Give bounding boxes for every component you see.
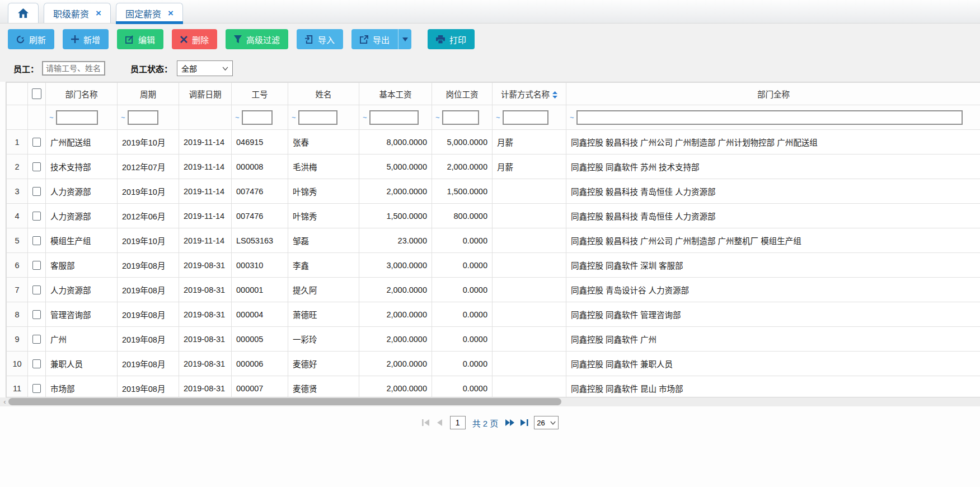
prev-page-button[interactable] — [435, 419, 443, 427]
row-number-cell: 8 — [7, 302, 28, 327]
row-number-cell: 11 — [7, 376, 28, 398]
filter-input-period[interactable] — [128, 110, 158, 125]
cell-name: 毛洪梅 — [288, 154, 359, 179]
table-row[interactable]: 7 人力资源部 2019年08月 2019-08-31 000001 提久阿 2… — [7, 278, 980, 302]
filter-input-post[interactable] — [442, 110, 479, 125]
delete-x-icon — [180, 36, 187, 43]
select-all-cell — [28, 83, 46, 105]
last-page-button[interactable] — [520, 419, 529, 427]
row-select-cell — [28, 154, 46, 179]
cell-dept: 管理咨询部 — [46, 302, 118, 327]
print-button[interactable]: 打印 — [428, 29, 475, 49]
table-row[interactable]: 2 技术支持部 2012年07月 2019-11-14 000008 毛洪梅 5… — [7, 154, 980, 179]
row-checkbox[interactable] — [32, 236, 41, 245]
col-header-pay-type[interactable]: 计薪方式名称 — [493, 83, 566, 105]
export-button[interactable]: 导出 — [351, 29, 398, 49]
col-header-adjust-date[interactable]: 调薪日期 — [179, 83, 232, 105]
row-checkbox[interactable] — [32, 335, 41, 344]
row-checkbox[interactable] — [32, 138, 41, 147]
col-header-dept-full[interactable]: 部门全称 — [566, 83, 980, 105]
cell-dept: 技术支持部 — [46, 154, 118, 179]
table-row[interactable]: 11 市场部 2019年08月 2019-08-31 000007 麦德贤 2,… — [7, 376, 980, 398]
cell-emp-no: 000004 — [232, 302, 288, 327]
sort-icon[interactable] — [552, 91, 557, 100]
cell-dept: 广州配送组 — [46, 130, 118, 154]
cell-dept-full: 同鑫控股 毅昌科技 青岛恒佳 人力资源部 — [566, 204, 980, 228]
col-header-name[interactable]: 姓名 — [288, 83, 359, 105]
import-icon — [305, 35, 313, 44]
export-dropdown-caret[interactable] — [398, 29, 411, 49]
cell-adjust-date: 2019-11-14 — [179, 130, 232, 154]
data-grid: 部门名称 周期 调薪日期 工号 姓名 基本工资 岗位工资 计薪方式名称 部门全称… — [6, 82, 980, 397]
tilde-operator: ~ — [570, 113, 574, 121]
edit-button[interactable]: 编辑 — [117, 29, 163, 49]
column-filter-row: ~ ~ ~ ~ ~ ~ ~ ~ — [7, 105, 980, 130]
funnel-icon — [234, 35, 242, 44]
table-row[interactable]: 6 客服部 2019年08月 2019-08-31 000310 李鑫 3,00… — [7, 253, 980, 278]
row-checkbox[interactable] — [32, 187, 41, 196]
row-checkbox[interactable] — [32, 285, 41, 294]
page-number-input[interactable] — [450, 416, 466, 429]
table-row[interactable]: 9 广州 2019年08月 2019-08-31 000005 一彩玲 2,00… — [7, 327, 980, 352]
row-select-cell — [28, 228, 46, 253]
filter-input-base[interactable] — [369, 110, 419, 125]
refresh-button[interactable]: 刷新 — [8, 29, 54, 49]
cell-pay-type — [493, 302, 566, 327]
filter-input-pay-type[interactable] — [503, 110, 548, 125]
cell-period: 2019年08月 — [118, 253, 179, 278]
first-page-button[interactable] — [421, 419, 430, 427]
cell-emp-no: 007476 — [232, 204, 288, 228]
table-row[interactable]: 10 兼职人员 2019年08月 2019-08-31 000006 麦德好 2… — [7, 352, 980, 376]
row-checkbox[interactable] — [32, 212, 41, 221]
table-row[interactable]: 1 广州配送组 2019年10月 2019-11-14 046915 张春 8,… — [7, 130, 980, 154]
scroll-left-arrow-icon[interactable]: ‹ — [1, 397, 8, 406]
close-icon[interactable]: × — [168, 8, 174, 18]
page-size-select[interactable]: 26 — [534, 416, 559, 429]
table-row[interactable]: 8 管理咨询部 2019年08月 2019-08-31 000004 萧德旺 2… — [7, 302, 980, 327]
employee-status-select[interactable]: 全部 — [177, 60, 233, 76]
col-header-emp-no[interactable]: 工号 — [232, 83, 288, 105]
close-icon[interactable]: × — [96, 8, 101, 18]
filter-input-emp-no[interactable] — [242, 110, 273, 125]
add-button[interactable]: 新增 — [63, 29, 109, 49]
import-button[interactable]: 导入 — [297, 29, 343, 49]
col-header-base-salary[interactable]: 基本工资 — [359, 83, 432, 105]
cell-adjust-date: 2019-11-14 — [179, 179, 232, 204]
tab-fixed-salary[interactable]: 固定薪资 × — [116, 3, 183, 23]
table-row[interactable]: 4 人力资源部 2012年06月 2019-11-14 007476 叶锦秀 1… — [7, 204, 980, 228]
delete-button[interactable]: 删除 — [172, 29, 217, 49]
filter-input-dept-full[interactable] — [576, 110, 963, 125]
row-select-cell — [28, 253, 46, 278]
table-row[interactable]: 3 人力资源部 2019年10月 2019-11-14 007476 叶锦秀 2… — [7, 179, 980, 204]
cell-adjust-date: 2019-08-31 — [179, 253, 232, 278]
row-checkbox[interactable] — [32, 261, 41, 270]
employee-search-input[interactable] — [42, 61, 105, 76]
filter-cell-adjust-date — [179, 105, 232, 130]
col-header-period[interactable]: 周期 — [118, 83, 179, 105]
cell-post-salary: 2,000.0000 — [432, 154, 493, 179]
select-all-checkbox[interactable] — [32, 88, 41, 99]
filter-input-name[interactable] — [298, 110, 337, 125]
cell-base-salary: 23.0000 — [359, 228, 432, 253]
table-row[interactable]: 5 模组生产组 2019年10月 2019-11-14 LS053163 邹磊 … — [7, 228, 980, 253]
tab-job-grade-salary[interactable]: 职级薪资 × — [44, 3, 111, 23]
cell-post-salary: 0.0000 — [432, 327, 493, 352]
cell-name: 叶锦秀 — [288, 204, 359, 228]
cell-name: 张春 — [288, 130, 359, 154]
row-checkbox[interactable] — [32, 359, 41, 368]
row-checkbox[interactable] — [32, 162, 41, 171]
cell-dept-full: 同鑫控股 毅昌科技 青岛恒佳 人力资源部 — [566, 179, 980, 204]
cell-adjust-date: 2019-08-31 — [179, 376, 232, 398]
cell-pay-type — [493, 376, 566, 398]
col-header-post-salary[interactable]: 岗位工资 — [432, 83, 493, 105]
cell-pay-type: 月薪 — [493, 154, 566, 179]
scrollbar-thumb[interactable] — [8, 398, 561, 405]
tab-home[interactable] — [8, 3, 39, 23]
next-page-button[interactable] — [505, 419, 515, 427]
col-header-dept[interactable]: 部门名称 — [46, 83, 118, 105]
filter-input-dept[interactable] — [56, 110, 98, 125]
advanced-filter-button[interactable]: 高级过滤 — [226, 29, 288, 49]
tilde-operator: ~ — [49, 113, 54, 121]
row-checkbox[interactable] — [32, 310, 41, 319]
row-checkbox[interactable] — [32, 384, 41, 393]
